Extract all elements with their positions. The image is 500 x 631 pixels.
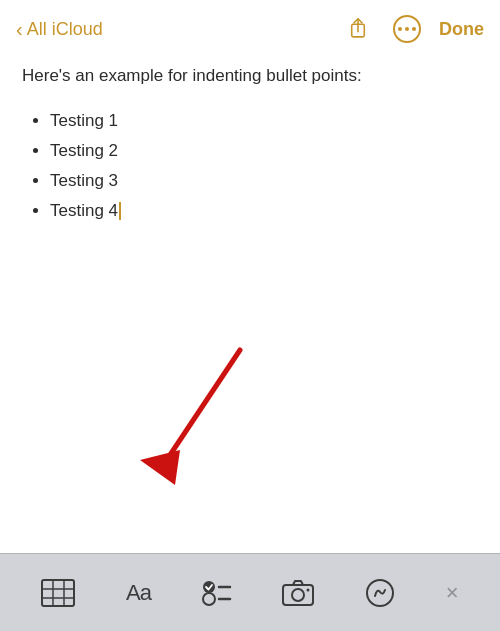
more-dot-1: [398, 27, 402, 31]
table-icon: [41, 579, 75, 607]
text-cursor: [119, 202, 121, 220]
share-icon-svg: [347, 18, 369, 40]
markup-button[interactable]: [359, 572, 401, 614]
list-item: Testing 3: [50, 167, 478, 195]
header-actions: Done: [341, 12, 484, 46]
svg-marker-5: [140, 450, 180, 485]
more-dot-3: [412, 27, 416, 31]
back-label[interactable]: All iCloud: [27, 19, 103, 40]
markup-icon: [365, 578, 395, 608]
svg-point-16: [292, 589, 304, 601]
more-dot-2: [405, 27, 409, 31]
table-button[interactable]: [35, 573, 81, 613]
svg-point-17: [307, 588, 310, 591]
back-chevron-icon: ‹: [16, 19, 23, 39]
close-icon: ×: [446, 580, 459, 606]
camera-icon: [282, 580, 314, 606]
done-button[interactable]: Done: [439, 19, 484, 40]
header: ‹ All iCloud Done: [0, 0, 500, 54]
toolbar: Aa ×: [0, 553, 500, 631]
more-button[interactable]: [393, 15, 421, 43]
note-content: Here's an example for indenting bullet p…: [0, 54, 500, 237]
format-button[interactable]: Aa: [120, 574, 157, 612]
list-item: Testing 4: [50, 197, 478, 225]
svg-point-11: [203, 581, 215, 593]
format-icon: Aa: [126, 580, 151, 606]
camera-button[interactable]: [276, 574, 320, 612]
checklist-icon: [202, 580, 232, 606]
svg-rect-6: [42, 580, 74, 606]
share-button[interactable]: [341, 12, 375, 46]
list-item: Testing 2: [50, 137, 478, 165]
svg-line-4: [160, 350, 240, 470]
svg-point-13: [203, 593, 215, 605]
list-item: Testing 1: [50, 107, 478, 135]
header-back[interactable]: ‹ All iCloud: [16, 19, 103, 40]
intro-text: Here's an example for indenting bullet p…: [22, 64, 478, 89]
bullet-list: Testing 1 Testing 2 Testing 3 Testing 4: [22, 107, 478, 225]
close-button[interactable]: ×: [440, 574, 465, 612]
arrow-annotation: [120, 340, 280, 500]
arrow-svg: [120, 340, 280, 500]
checklist-button[interactable]: [196, 574, 238, 612]
